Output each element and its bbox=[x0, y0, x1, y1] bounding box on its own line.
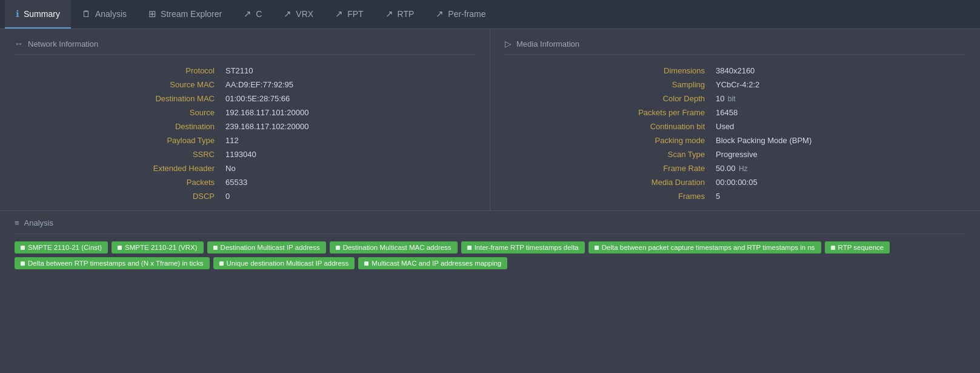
media-row-value: 10 bit bbox=[712, 92, 965, 106]
tab-vrx-label: VRX bbox=[296, 9, 313, 19]
network-row-label: Protocol bbox=[15, 64, 222, 78]
media-row-value: Progressive bbox=[712, 147, 965, 161]
tab-rtp-label: RTP bbox=[398, 9, 415, 19]
media-row-value: Block Packing Mode (BPM) bbox=[712, 133, 965, 147]
analysis-section: ≡ Analysis SMPTE 2110-21 (Cinst)SMPTE 21… bbox=[0, 210, 980, 280]
network-row: Extended Header No bbox=[15, 161, 475, 175]
tab-vrx[interactable]: ↗ VRX bbox=[273, 0, 324, 29]
network-row-value: 01:00:5E:28:75:66 bbox=[222, 92, 475, 106]
tab-analysis-label: Analysis bbox=[95, 9, 127, 19]
analysis-badge[interactable]: Delta between packet capture timestamps … bbox=[588, 241, 821, 254]
analysis-badge[interactable]: Inter-frame RTP timestamps delta bbox=[461, 241, 585, 254]
network-row-value: 192.168.117.101:20000 bbox=[222, 106, 475, 119]
badge-dot bbox=[831, 246, 835, 250]
media-row-label: Scan Type bbox=[505, 147, 712, 161]
media-row: Continuation bit Used bbox=[505, 119, 965, 133]
media-section-header: ▷ Media Information bbox=[505, 39, 965, 49]
network-row: Source 192.168.117.101:20000 bbox=[15, 106, 475, 119]
stream-explorer-icon: ⊞ bbox=[148, 8, 156, 19]
tab-per-frame-label: Per-frame bbox=[448, 9, 485, 19]
network-row-label: Packets bbox=[15, 175, 222, 189]
analysis-badge[interactable]: Destination Multicast MAC address bbox=[330, 241, 458, 254]
network-row: Protocol ST2110 bbox=[15, 64, 475, 78]
media-row: Scan Type Progressive bbox=[505, 147, 965, 161]
analysis-badge[interactable]: SMPTE 2110-21 (VRX) bbox=[112, 241, 204, 254]
media-table: Dimensions 3840x2160Sampling YCbCr-4:2:2… bbox=[505, 64, 965, 203]
analysis-badge[interactable]: Multicast MAC and IP addresses mapping bbox=[358, 257, 507, 269]
badge-label: Multicast MAC and IP addresses mapping bbox=[372, 260, 501, 267]
badges-row-1: SMPTE 2110-21 (Cinst)SMPTE 2110-21 (VRX)… bbox=[15, 241, 965, 254]
panels-row: ↔ Network Information Protocol ST2110Sou… bbox=[0, 29, 980, 210]
badge-dot bbox=[336, 246, 340, 250]
tab-analysis[interactable]: 🗒 Analysis bbox=[71, 0, 138, 29]
network-row: SSRC 1193040 bbox=[15, 147, 475, 161]
network-row-value: 239.168.117.102:20000 bbox=[222, 119, 475, 133]
network-row: Destination MAC 01:00:5E:28:75:66 bbox=[15, 92, 475, 106]
analysis-divider bbox=[15, 234, 965, 234]
media-row-value: 00:00:00:05 bbox=[712, 175, 965, 189]
network-table: Protocol ST2110Source MAC AA:D9:EF:77:92… bbox=[15, 64, 475, 203]
badge-dot bbox=[213, 246, 218, 250]
network-panel: ↔ Network Information Protocol ST2110Sou… bbox=[0, 29, 490, 210]
tab-fpt[interactable]: ↗ FPT bbox=[324, 0, 374, 29]
network-row-label: Payload Type bbox=[15, 133, 222, 147]
media-row-value: Used bbox=[712, 119, 965, 133]
tab-stream-explorer-label: Stream Explorer bbox=[161, 9, 222, 19]
media-row: Frame Rate 50.00 Hz bbox=[505, 161, 965, 175]
network-row-value: No bbox=[222, 161, 475, 175]
tab-summary[interactable]: ℹ Summary bbox=[5, 0, 71, 29]
badge-label: RTP sequence bbox=[838, 244, 884, 251]
media-row: Packets per Frame 16458 bbox=[505, 106, 965, 119]
network-row-label: Source MAC bbox=[15, 78, 222, 92]
media-row-label: Media Duration bbox=[505, 175, 712, 189]
network-row-label: SSRC bbox=[15, 147, 222, 161]
tab-rtp[interactable]: ↗ RTP bbox=[375, 0, 425, 29]
media-row-label: Dimensions bbox=[505, 64, 712, 78]
network-icon: ↔ bbox=[15, 39, 23, 49]
network-row: Source MAC AA:D9:EF:77:92:95 bbox=[15, 78, 475, 92]
media-icon: ▷ bbox=[505, 39, 512, 49]
tab-c-label: C bbox=[256, 9, 262, 19]
media-row-label: Frames bbox=[505, 189, 712, 203]
media-row: Media Duration 00:00:00:05 bbox=[505, 175, 965, 189]
tab-c[interactable]: ↗ C bbox=[233, 0, 273, 29]
network-row-value: 0 bbox=[222, 189, 475, 203]
media-row: Sampling YCbCr-4:2:2 bbox=[505, 78, 965, 92]
network-row-value: 1193040 bbox=[222, 147, 475, 161]
media-row: Color Depth 10 bit bbox=[505, 92, 965, 106]
badge-dot bbox=[21, 246, 25, 250]
badge-label: Inter-frame RTP timestamps delta bbox=[475, 244, 579, 251]
analysis-badge[interactable]: Unique destination Multicast IP address bbox=[213, 257, 355, 269]
analysis-section-label: Analysis bbox=[24, 218, 53, 227]
media-row-label: Color Depth bbox=[505, 92, 712, 106]
badge-label: Destination Multicast IP address bbox=[221, 244, 320, 251]
badges-row-2: Delta between RTP timestamps and (N x Tf… bbox=[15, 257, 965, 269]
media-row-label: Frame Rate bbox=[505, 161, 712, 175]
analysis-badge[interactable]: RTP sequence bbox=[825, 241, 890, 254]
network-row-value: 65533 bbox=[222, 175, 475, 189]
analysis-badge[interactable]: Delta between RTP timestamps and (N x Tf… bbox=[15, 257, 210, 269]
network-row-label: Extended Header bbox=[15, 161, 222, 175]
info-icon: ℹ bbox=[16, 8, 19, 19]
tab-summary-label: Summary bbox=[24, 9, 60, 19]
media-row: Dimensions 3840x2160 bbox=[505, 64, 965, 78]
badge-dot bbox=[467, 246, 472, 250]
tab-fpt-label: FPT bbox=[347, 9, 363, 19]
network-divider bbox=[15, 55, 475, 55]
badge-dot bbox=[21, 261, 25, 266]
tab-stream-explorer[interactable]: ⊞ Stream Explorer bbox=[138, 0, 233, 29]
badge-label: SMPTE 2110-21 (VRX) bbox=[125, 244, 198, 251]
media-divider bbox=[505, 55, 965, 55]
fpt-icon: ↗ bbox=[335, 8, 343, 19]
analysis-list-icon: ≡ bbox=[15, 218, 19, 227]
tab-per-frame[interactable]: ↗ Per-frame bbox=[425, 0, 496, 29]
media-row-value: 16458 bbox=[712, 106, 965, 119]
analysis-badge[interactable]: Destination Multicast IP address bbox=[207, 241, 326, 254]
c-icon: ↗ bbox=[244, 8, 252, 19]
tab-bar: ℹ Summary 🗒 Analysis ⊞ Stream Explorer ↗… bbox=[0, 0, 980, 29]
media-row-label: Packing mode bbox=[505, 133, 712, 147]
media-row: Packing mode Block Packing Mode (BPM) bbox=[505, 133, 965, 147]
network-row-value: 112 bbox=[222, 133, 475, 147]
analysis-badge[interactable]: SMPTE 2110-21 (Cinst) bbox=[15, 241, 108, 254]
media-row-label: Sampling bbox=[505, 78, 712, 92]
